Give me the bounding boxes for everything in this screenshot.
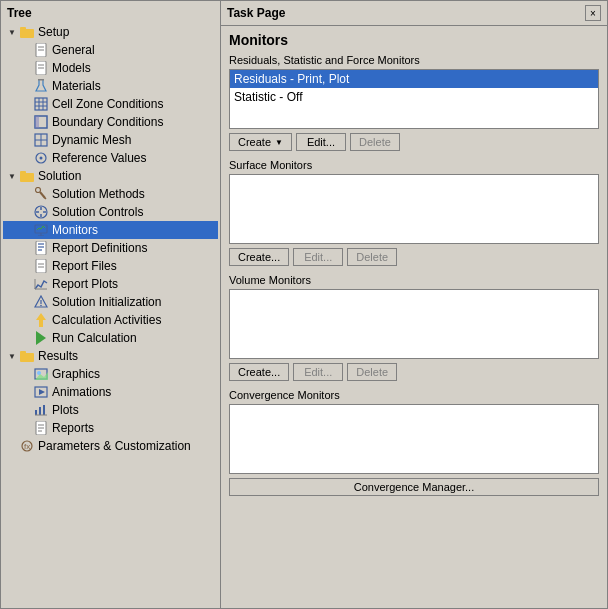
tree-item-run-calc[interactable]: Run Calculation bbox=[3, 329, 218, 347]
svg-text:fx: fx bbox=[24, 442, 30, 451]
wrench-icon bbox=[33, 186, 49, 202]
chart-icon bbox=[33, 402, 49, 418]
tree-item-label-report-files: Report Files bbox=[52, 259, 117, 273]
tree-item-setup[interactable]: Setup bbox=[3, 23, 218, 41]
surface-monitors-label: Surface Monitors bbox=[229, 159, 599, 171]
residuals-list-item[interactable]: Statistic - Off bbox=[230, 88, 598, 106]
tree-item-solution[interactable]: Solution bbox=[3, 167, 218, 185]
tree-item-plots[interactable]: Plots bbox=[3, 401, 218, 419]
tree-item-graphics[interactable]: Graphics bbox=[3, 365, 218, 383]
tree-item-calc-activities[interactable]: Calculation Activities bbox=[3, 311, 218, 329]
svg-point-45 bbox=[40, 305, 42, 307]
tree-item-report-plots[interactable]: Report Plots bbox=[3, 275, 218, 293]
calc-icon bbox=[33, 312, 49, 328]
surface-edit-button: Edit... bbox=[293, 248, 343, 266]
tree-item-label-boundary: Boundary Conditions bbox=[52, 115, 163, 129]
svg-rect-49 bbox=[20, 351, 26, 354]
svg-rect-1 bbox=[20, 27, 26, 30]
tree-item-label-reference: Reference Values bbox=[52, 151, 147, 165]
tree-item-results[interactable]: Results bbox=[3, 347, 218, 365]
tree-item-report-files[interactable]: Report Files bbox=[3, 257, 218, 275]
close-button[interactable]: × bbox=[585, 5, 601, 21]
residuals-create-button[interactable]: Create bbox=[229, 133, 292, 151]
boundary-icon bbox=[33, 114, 49, 130]
tree-item-label-general: General bbox=[52, 43, 95, 57]
control-icon bbox=[33, 204, 49, 220]
folder-icon bbox=[19, 24, 35, 40]
tree-item-label-report-defs: Report Definitions bbox=[52, 241, 147, 255]
residuals-edit-button[interactable]: Edit... bbox=[296, 133, 346, 151]
main-content: Tree SetupGeneralModelsMaterialsCell Zon… bbox=[1, 1, 607, 608]
task-body: Monitors Residuals, Statistic and Force … bbox=[221, 26, 607, 608]
tree-container: SetupGeneralModelsMaterialsCell Zone Con… bbox=[3, 23, 218, 455]
tree-item-label-solution-controls: Solution Controls bbox=[52, 205, 143, 219]
anim-icon bbox=[33, 384, 49, 400]
tree-item-label-setup: Setup bbox=[38, 25, 69, 39]
residuals-section-label: Residuals, Statistic and Force Monitors bbox=[229, 54, 599, 66]
svg-marker-46 bbox=[36, 313, 46, 327]
convergence-monitors-label: Convergence Monitors bbox=[229, 389, 599, 401]
surface-monitors-list bbox=[229, 174, 599, 244]
svg-rect-22 bbox=[20, 171, 26, 174]
tree-item-boundary[interactable]: Boundary Conditions bbox=[3, 113, 218, 131]
tree-item-label-solution-methods: Solution Methods bbox=[52, 187, 145, 201]
tree-item-report-defs[interactable]: Report Definitions bbox=[3, 239, 218, 257]
task-header-title: Task Page bbox=[227, 6, 285, 20]
svg-marker-54 bbox=[39, 389, 45, 395]
surface-delete-button: Delete bbox=[347, 248, 397, 266]
tree-item-label-models: Models bbox=[52, 61, 91, 75]
svg-rect-9 bbox=[35, 98, 47, 110]
mesh-icon bbox=[33, 132, 49, 148]
tree-item-label-params: Parameters & Customization bbox=[38, 439, 191, 453]
flask-icon bbox=[33, 78, 49, 94]
svg-rect-55 bbox=[35, 410, 37, 415]
tree-item-label-cell-zone: Cell Zone Conditions bbox=[52, 97, 163, 111]
tree-item-animations[interactable]: Animations bbox=[3, 383, 218, 401]
tree-item-label-animations: Animations bbox=[52, 385, 111, 399]
surface-create-button[interactable]: Create... bbox=[229, 248, 289, 266]
residuals-list-item[interactable]: Residuals - Print, Plot bbox=[230, 70, 598, 88]
volume-create-button[interactable]: Create... bbox=[229, 363, 289, 381]
tree-item-general[interactable]: General bbox=[3, 41, 218, 59]
volume-monitors-label: Volume Monitors bbox=[229, 274, 599, 286]
residuals-list: Residuals - Print, PlotStatistic - Off bbox=[229, 69, 599, 129]
tree-item-solution-methods[interactable]: Solution Methods bbox=[3, 185, 218, 203]
page-icon bbox=[33, 60, 49, 76]
svg-rect-34 bbox=[36, 241, 46, 255]
svg-rect-21 bbox=[20, 173, 34, 182]
tree-item-sol-init[interactable]: Solution Initialization bbox=[3, 293, 218, 311]
tree-item-label-plots: Plots bbox=[52, 403, 79, 417]
tree-item-cell-zone[interactable]: Cell Zone Conditions bbox=[3, 95, 218, 113]
tree-item-label-reports: Reports bbox=[52, 421, 94, 435]
tree-item-materials[interactable]: Materials bbox=[3, 77, 218, 95]
toggle-results[interactable] bbox=[5, 349, 19, 363]
tree-item-dynamic-mesh[interactable]: Dynamic Mesh bbox=[3, 131, 218, 149]
grid-icon bbox=[33, 96, 49, 112]
convergence-monitors-list bbox=[229, 404, 599, 474]
tree-item-label-sol-init: Solution Initialization bbox=[52, 295, 161, 309]
tree-item-params[interactable]: fxParameters & Customization bbox=[3, 437, 218, 455]
folder-icon bbox=[19, 168, 35, 184]
volume-delete-button: Delete bbox=[347, 363, 397, 381]
svg-marker-52 bbox=[35, 372, 48, 380]
tree-item-monitors[interactable]: Monitors bbox=[3, 221, 218, 239]
residuals-delete-button: Delete bbox=[350, 133, 400, 151]
volume-button-row: Create... Edit... Delete bbox=[229, 363, 599, 381]
svg-rect-56 bbox=[39, 407, 41, 415]
doc-icon bbox=[33, 420, 49, 436]
svg-rect-38 bbox=[36, 259, 46, 273]
tree-item-models[interactable]: Models bbox=[3, 59, 218, 77]
tree-item-solution-controls[interactable]: Solution Controls bbox=[3, 203, 218, 221]
convergence-manager-button[interactable]: Convergence Manager... bbox=[229, 478, 599, 496]
svg-marker-47 bbox=[36, 331, 46, 345]
tree-item-reference[interactable]: Reference Values bbox=[3, 149, 218, 167]
toggle-solution[interactable] bbox=[5, 169, 19, 183]
ref-icon bbox=[33, 150, 49, 166]
svg-point-20 bbox=[40, 157, 43, 160]
run-icon bbox=[33, 330, 49, 346]
tree-item-reports[interactable]: Reports bbox=[3, 419, 218, 437]
tree-item-label-solution: Solution bbox=[38, 169, 81, 183]
svg-rect-8 bbox=[38, 79, 44, 81]
toggle-setup[interactable] bbox=[5, 25, 19, 39]
volume-monitors-list bbox=[229, 289, 599, 359]
